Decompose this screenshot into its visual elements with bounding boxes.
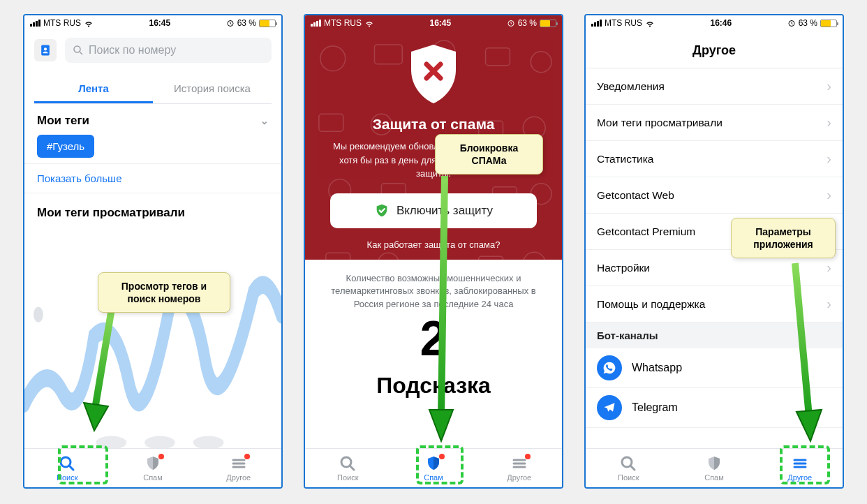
highlight-box xyxy=(780,445,830,484)
battery-icon xyxy=(820,20,837,27)
phone-search: MTS RUS 16:45 63 % Поиск по номеру Лента… xyxy=(23,14,283,489)
tag-chip[interactable]: #Гузель xyxy=(37,135,94,158)
search-icon xyxy=(72,44,84,57)
callout-search: Просмотр тегов и поиск номеров xyxy=(98,272,230,313)
svg-rect-28 xyxy=(326,253,350,259)
spam-title: Защита от спама xyxy=(319,116,548,133)
nav-spam[interactable]: Спам xyxy=(672,449,757,487)
signal-icon xyxy=(591,20,602,27)
shield-icon xyxy=(706,455,722,472)
alarm-icon xyxy=(507,19,515,27)
highlight-box xyxy=(58,445,108,484)
status-bar: MTS RUS 16:45 63 % xyxy=(305,15,562,31)
svg-line-33 xyxy=(350,466,354,470)
nav-search[interactable]: Поиск xyxy=(305,449,391,487)
status-bar: MTS RUS 16:46 63 % xyxy=(586,15,843,31)
views-chart xyxy=(24,225,281,448)
svg-point-38 xyxy=(622,457,632,467)
wifi-icon xyxy=(84,18,94,28)
tab-feed[interactable]: Лента xyxy=(34,75,153,103)
shield-x-icon xyxy=(407,43,460,105)
arrow-annotation xyxy=(781,260,830,445)
tabs: Лента История поиска xyxy=(34,75,272,104)
alarm-icon xyxy=(226,19,235,27)
tab-history[interactable]: История поиска xyxy=(153,75,272,103)
shield-check-icon xyxy=(374,203,390,218)
battery-label: 63 % xyxy=(518,18,537,28)
svg-point-3 xyxy=(74,46,80,52)
arrow-annotation xyxy=(80,305,129,445)
clock-label: 16:45 xyxy=(429,18,451,28)
search-icon xyxy=(620,455,637,472)
svg-line-39 xyxy=(631,466,635,470)
signal-icon xyxy=(311,20,321,27)
search-input[interactable]: Поиск по номеру xyxy=(65,38,272,63)
phone-spam: MTS RUS 16:45 63 % Защита от спама Мы xyxy=(304,14,563,489)
signal-icon xyxy=(30,20,40,27)
battery-icon xyxy=(259,20,276,27)
battery-icon xyxy=(540,20,556,27)
carrier-label: MTS RUS xyxy=(605,18,642,28)
status-bar: MTS RUS 16:45 63 % xyxy=(24,15,281,31)
svg-point-32 xyxy=(341,457,351,467)
chevron-right-icon: › xyxy=(827,151,831,167)
callout-other: Параметры приложения xyxy=(731,218,836,258)
whatsapp-icon xyxy=(597,355,622,380)
nav-spam[interactable]: Спам xyxy=(110,449,196,487)
nav-other[interactable]: Другое xyxy=(195,449,281,487)
arrow-annotation xyxy=(424,172,466,445)
chevron-right-icon: › xyxy=(827,114,831,131)
row-statistics[interactable]: Статистика› xyxy=(586,141,843,177)
battery-label: 63 % xyxy=(799,18,817,28)
svg-rect-30 xyxy=(479,256,503,259)
phone-other: MTS RUS 16:46 63 % Другое Уведомления› М… xyxy=(584,14,844,489)
svg-point-31 xyxy=(523,252,545,259)
search-placeholder: Поиск по номеру xyxy=(89,44,176,57)
chevron-right-icon: › xyxy=(827,78,831,94)
my-tags-title: Мои теги xyxy=(37,114,89,128)
svg-point-8 xyxy=(193,436,224,448)
svg-line-4 xyxy=(80,52,82,54)
svg-point-5 xyxy=(34,306,43,322)
show-more-link[interactable]: Показать больше xyxy=(24,163,281,193)
row-web[interactable]: Getcontact Web› xyxy=(586,177,843,214)
svg-point-7 xyxy=(144,436,175,448)
search-icon xyxy=(339,455,356,472)
row-notifications[interactable]: Уведомления› xyxy=(586,68,843,105)
telegram-icon xyxy=(597,395,622,420)
callout-spam: Блоикровка СПАМа xyxy=(435,134,543,175)
highlight-box xyxy=(416,445,464,484)
contacts-button[interactable] xyxy=(34,39,57,61)
alarm-icon xyxy=(787,19,796,27)
svg-point-2 xyxy=(44,47,47,50)
page-title: Другое xyxy=(586,31,843,68)
clock-label: 16:46 xyxy=(710,18,732,28)
clock-label: 16:45 xyxy=(149,18,170,28)
carrier-label: MTS RUS xyxy=(43,18,81,28)
nav-other[interactable]: Другое xyxy=(476,449,562,487)
carrier-label: MTS RUS xyxy=(324,18,362,28)
views-title: Мои теги просматривали xyxy=(24,193,281,225)
my-tags-section: Мои теги ⌄ #Гузель xyxy=(24,104,281,163)
wifi-icon xyxy=(645,18,655,28)
svg-point-29 xyxy=(378,253,399,259)
chevron-right-icon: › xyxy=(827,187,831,203)
battery-label: 63 % xyxy=(237,18,256,28)
row-tag-views[interactable]: Мои теги просматривали› xyxy=(586,105,843,141)
header: Поиск по номеру Лента История поиска xyxy=(24,31,281,104)
contact-icon xyxy=(38,43,52,57)
nav-search[interactable]: Поиск xyxy=(586,449,672,487)
chevron-down-icon[interactable]: ⌄ xyxy=(260,115,269,126)
wifi-icon xyxy=(364,18,374,28)
